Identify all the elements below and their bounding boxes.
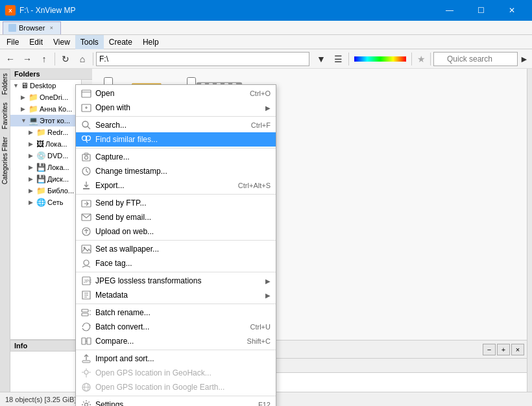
gpsearth-icon bbox=[81, 382, 91, 392]
minimize-button[interactable]: — bbox=[435, 0, 465, 21]
tree-item-thispc[interactable]: ▼ 💻 Этот ко... bbox=[10, 115, 81, 126]
openwith-arrow: ▶ bbox=[265, 104, 271, 112]
vertical-tabs: Folders Favorites Categories Filter bbox=[0, 69, 10, 392]
toolbar-sep3 bbox=[348, 53, 349, 66]
menu-item-email[interactable]: Send by email... bbox=[76, 210, 276, 224]
sep1 bbox=[76, 116, 276, 117]
menu-file[interactable]: File bbox=[1, 35, 24, 49]
tree-label-onedrive: OneDri... bbox=[40, 93, 68, 101]
search-menu-icon bbox=[81, 120, 91, 130]
menu-item-capture[interactable]: Capture... bbox=[76, 150, 276, 164]
tree-item-biblio[interactable]: ▶ 📁 Библо... bbox=[10, 185, 81, 197]
search-input[interactable] bbox=[433, 52, 518, 66]
search-shortcut: Ctrl+F bbox=[251, 121, 271, 129]
search-options-button[interactable]: ► bbox=[519, 51, 529, 67]
menu-item-jpeg[interactable]: JPG JPEG lossless transformations ▶ bbox=[76, 274, 276, 288]
menu-item-facetag[interactable]: Face tag... bbox=[76, 256, 276, 270]
menu-item-batchconvert[interactable]: Batch convert... Ctrl+U bbox=[76, 320, 276, 334]
tab-categories-filter[interactable]: Categories Filter bbox=[0, 133, 10, 188]
batchconvert-shortcut: Ctrl+U bbox=[250, 323, 271, 331]
menu-item-export[interactable]: Export... Ctrl+Alt+S bbox=[76, 178, 276, 193]
menu-item-gpsearth: Open GPS location in Google Earth... bbox=[76, 380, 276, 394]
menu-item-open[interactable]: Open Ctrl+O bbox=[76, 86, 276, 101]
browser-tab[interactable]: Browser × bbox=[3, 21, 61, 34]
menu-tools[interactable]: Tools bbox=[75, 35, 104, 49]
path-bar[interactable]: F:\ bbox=[96, 52, 309, 66]
star-icon[interactable]: ★ bbox=[415, 52, 428, 66]
menu-item-importandsort[interactable]: Import and sort... bbox=[76, 352, 276, 366]
search-label: Search... bbox=[95, 121, 234, 130]
svg-rect-39 bbox=[82, 309, 88, 312]
tree-arrow-biblio: ▶ bbox=[29, 187, 35, 194]
menu-item-settings[interactable]: Settings... F12 bbox=[76, 398, 276, 406]
open-label: Open bbox=[95, 89, 233, 98]
loka1-icon: 🖼 bbox=[36, 139, 44, 149]
filter-icon[interactable]: ▼ bbox=[313, 51, 329, 67]
compare-icon bbox=[81, 336, 91, 346]
batchrename-label: Batch rename... bbox=[95, 308, 271, 317]
back-button[interactable]: ← bbox=[3, 51, 18, 67]
menu-view[interactable]: View bbox=[48, 35, 75, 49]
upload-icon bbox=[81, 226, 91, 237]
settings-shortcut: F12 bbox=[258, 401, 271, 406]
tree-item-disk[interactable]: ▶ 💾 Диск... bbox=[10, 173, 81, 185]
tree-item-loka1[interactable]: ▶ 🖼 Лока... bbox=[10, 138, 81, 150]
menu-help[interactable]: Help bbox=[138, 35, 164, 49]
compare-shortcut: Shift+C bbox=[247, 337, 271, 345]
refresh-button[interactable]: ↻ bbox=[58, 51, 73, 67]
menu-item-wallpaper[interactable]: Set as wallpaper... bbox=[76, 242, 276, 256]
forward-button[interactable]: → bbox=[19, 51, 35, 67]
menu-edit[interactable]: Edit bbox=[24, 35, 48, 49]
biblio-icon: 📁 bbox=[36, 186, 46, 195]
openwith-icon bbox=[81, 102, 91, 113]
menu-item-batchrename[interactable]: Batch rename... bbox=[76, 305, 276, 320]
sep4 bbox=[76, 240, 276, 241]
menu-item-gpsgeohack: Open GPS location in GeoHack... bbox=[76, 366, 276, 380]
tree-arrow: ▶ bbox=[29, 141, 35, 147]
menu-item-upload[interactable]: Upload on web... bbox=[76, 224, 276, 239]
upload-label: Upload on web... bbox=[95, 227, 271, 236]
tree-item-desktop[interactable]: ▼ 🖥 Desktop bbox=[10, 80, 81, 91]
panel-close-button[interactable]: × bbox=[511, 344, 524, 355]
tree-item-redr[interactable]: ▶ 📁 Redr... bbox=[10, 126, 81, 138]
right-scrollbar[interactable] bbox=[527, 69, 532, 392]
menu-item-findsimilar[interactable]: Find similar files... bbox=[76, 132, 276, 147]
wallpaper-label: Set as wallpaper... bbox=[95, 245, 271, 254]
titlebar-controls[interactable]: — ☐ ✕ bbox=[435, 0, 527, 21]
desktop-icon: 🖥 bbox=[21, 81, 29, 90]
tree-item-onedrive[interactable]: ▶ 📁 OneDri... bbox=[10, 91, 81, 103]
panel-plus-button[interactable]: + bbox=[497, 344, 510, 355]
tree-item-loka2[interactable]: ▶ 💾 Лока... bbox=[10, 161, 81, 173]
tree-label-redr: Redr... bbox=[47, 128, 68, 136]
menu-item-compare[interactable]: Compare... Shift+C bbox=[76, 334, 276, 348]
tree-arrow: ▶ bbox=[21, 94, 27, 101]
browser-tab-close[interactable]: × bbox=[47, 24, 55, 32]
tree-item-dvd[interactable]: ▶ 💿 DVD... bbox=[10, 150, 81, 161]
close-button[interactable]: ✕ bbox=[497, 0, 527, 21]
maximize-button[interactable]: ☐ bbox=[466, 0, 496, 21]
view-icon[interactable]: ☰ bbox=[330, 51, 346, 67]
menu-item-search[interactable]: Search... Ctrl+F bbox=[76, 118, 276, 132]
gpsearth-label: Open GPS location in Google Earth... bbox=[95, 383, 271, 392]
export-shortcut: Ctrl+Alt+S bbox=[238, 182, 271, 189]
menu-item-openwith[interactable]: Open with ▶ bbox=[76, 101, 276, 115]
menu-item-timestamp[interactable]: Change timestamp... bbox=[76, 164, 276, 178]
tree-arrow: ▶ bbox=[29, 129, 35, 136]
ftp-label: Send by FTP... bbox=[95, 198, 271, 208]
tab-favorites[interactable]: Favorites bbox=[0, 99, 10, 133]
facetag-icon bbox=[81, 258, 91, 269]
home-button[interactable]: ⌂ bbox=[75, 51, 90, 67]
menu-create[interactable]: Create bbox=[104, 35, 138, 49]
importandsort-icon bbox=[81, 353, 91, 364]
panel-minus-button[interactable]: − bbox=[483, 344, 496, 355]
menubar: File Edit View Tools Create Help bbox=[0, 35, 532, 49]
up-button[interactable]: ↑ bbox=[36, 51, 52, 67]
tree-label-dvd: DVD... bbox=[47, 152, 68, 160]
svg-point-53 bbox=[85, 403, 88, 407]
tab-folders[interactable]: Folders bbox=[0, 69, 10, 99]
menu-item-metadata[interactable]: Metadata ▶ bbox=[76, 288, 276, 302]
sep2 bbox=[76, 148, 276, 149]
tree-item-network[interactable]: ▶ 🌐 Сеть bbox=[10, 197, 81, 208]
menu-item-ftp[interactable]: Send by FTP... bbox=[76, 196, 276, 210]
tree-item-anna[interactable]: ▶ 📁 Анна Ко... bbox=[10, 103, 81, 115]
